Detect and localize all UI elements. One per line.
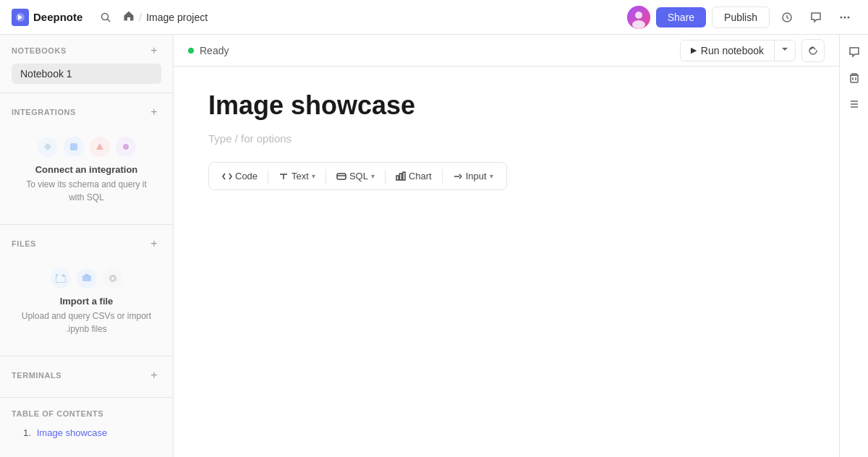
cell-btn-sep-4 <box>442 169 443 184</box>
run-icon: ▶ <box>691 46 697 55</box>
refresh-button[interactable] <box>801 39 825 62</box>
integrations-section: INTEGRATIONS + <box>0 96 173 221</box>
svg-point-9 <box>848 16 850 18</box>
integrations-empty-desc: To view its schema and query it with SQL <box>20 178 153 204</box>
cell-btn-input-label: Input <box>466 171 487 181</box>
svg-rect-26 <box>851 75 858 82</box>
history-button[interactable] <box>775 6 799 29</box>
svg-marker-11 <box>96 143 103 150</box>
toc-item-number: 1. <box>23 427 31 438</box>
home-icon[interactable] <box>123 10 135 24</box>
svg-point-7 <box>841 16 843 18</box>
integration-icon-2 <box>64 137 84 157</box>
cell-btn-sep-1 <box>268 169 268 184</box>
cell-btn-sql[interactable]: SQL ▾ <box>329 167 382 185</box>
add-file-button[interactable]: + <box>147 236 161 251</box>
cell-btn-sql-label: SQL <box>349 171 368 181</box>
run-label: Run notebook <box>701 45 764 56</box>
toc-item-link[interactable]: Image showcase <box>37 427 108 438</box>
integrations-title: INTEGRATIONS <box>12 108 76 116</box>
run-button-group: ▶ Run notebook <box>680 40 796 61</box>
svg-point-4 <box>635 12 642 19</box>
logo-icon <box>12 9 29 26</box>
files-empty: Import a file Upload and query CSVs or i… <box>12 257 161 347</box>
share-button[interactable]: Share <box>656 7 706 27</box>
integrations-empty: Connect an integration To view its schem… <box>12 125 161 215</box>
notebook-title[interactable]: Image showcase <box>208 90 790 121</box>
topbar-actions: Share Publish <box>627 6 856 29</box>
files-empty-desc: Upload and query CSVs or import .ipynb f… <box>20 309 153 336</box>
notebook-placeholder[interactable]: Type / for options <box>208 132 790 145</box>
input-chevron-icon: ▾ <box>490 172 493 180</box>
notebooks-section: NOTEBOOKS + Notebook 1 <box>0 35 173 90</box>
main-layout: NOTEBOOKS + Notebook 1 INTEGRATIONS + <box>0 35 868 457</box>
toc-item: 1. Image showcase <box>12 424 161 441</box>
file-icon-2 <box>77 268 97 289</box>
integrations-empty-title: Connect an integration <box>35 164 138 175</box>
content-area: Ready ▶ Run notebook Image showcase <box>174 35 868 457</box>
files-title: FILES <box>12 239 36 248</box>
svg-rect-21 <box>399 174 401 180</box>
status-text: Ready <box>200 45 674 56</box>
svg-point-5 <box>632 20 645 29</box>
avatar[interactable] <box>627 6 650 29</box>
toc-title: TABLE OF CONTENTS <box>12 409 103 418</box>
cell-btn-text-label: Text <box>292 171 309 181</box>
svg-rect-18 <box>337 174 346 179</box>
file-icon-3 <box>103 268 123 289</box>
topbar: Deepnote / Image project Share Publish <box>0 0 868 35</box>
status-bar: Ready ▶ Run notebook <box>174 35 839 67</box>
status-dot <box>188 48 194 54</box>
sidebar-item-notebook1[interactable]: Notebook 1 <box>12 64 161 84</box>
cell-btn-code-label: Code <box>235 171 258 181</box>
svg-rect-20 <box>396 176 399 180</box>
integration-icon-4 <box>116 137 136 157</box>
comments-button[interactable] <box>804 6 827 29</box>
app-logo[interactable]: Deepnote <box>12 9 82 26</box>
svg-point-8 <box>844 16 846 18</box>
notebooks-title: NOTEBOOKS <box>12 46 67 55</box>
text-chevron-icon: ▾ <box>312 172 315 180</box>
text-icon <box>278 171 289 181</box>
run-dropdown-button[interactable] <box>775 40 795 60</box>
sidebar: NOTEBOOKS + Notebook 1 INTEGRATIONS + <box>0 35 174 457</box>
svg-rect-10 <box>70 143 77 150</box>
svg-rect-22 <box>403 172 405 180</box>
right-comment-button[interactable] <box>843 40 866 64</box>
notebook-area: Ready ▶ Run notebook Image showcase <box>174 35 839 457</box>
cell-toolbar: Code Text ▾ SQL ▾ <box>208 162 507 190</box>
svg-point-12 <box>123 144 129 150</box>
add-integration-button[interactable]: + <box>147 105 161 119</box>
breadcrumb: / Image project <box>123 10 621 24</box>
sql-chevron-icon: ▾ <box>371 172 375 180</box>
toc-section: TABLE OF CONTENTS 1. Image showcase <box>0 401 173 447</box>
publish-button[interactable]: Publish <box>712 7 770 28</box>
svg-rect-13 <box>82 276 91 281</box>
right-sidebar <box>839 35 868 457</box>
more-button[interactable] <box>833 6 856 29</box>
svg-line-25 <box>459 176 461 179</box>
cell-btn-input[interactable]: Input ▾ <box>446 167 501 185</box>
svg-line-2 <box>108 19 111 22</box>
run-notebook-button[interactable]: ▶ Run notebook <box>681 40 775 61</box>
add-terminal-button[interactable]: + <box>147 368 161 383</box>
cell-btn-text[interactable]: Text ▾ <box>271 167 323 185</box>
input-icon <box>453 171 463 181</box>
right-delete-button[interactable] <box>843 67 866 90</box>
file-icon-1 <box>51 268 71 289</box>
right-list-button[interactable] <box>843 93 866 116</box>
add-notebook-button[interactable]: + <box>147 43 161 58</box>
code-icon <box>222 171 232 181</box>
breadcrumb-sep: / <box>139 12 142 23</box>
cell-btn-chart[interactable]: Chart <box>388 167 439 185</box>
app-name: Deepnote <box>33 11 82 23</box>
search-button[interactable] <box>94 6 117 29</box>
cell-btn-code[interactable]: Code <box>215 167 265 185</box>
notebook-content: Image showcase Type / for options Code T… <box>174 67 825 213</box>
integration-icon-3 <box>90 137 110 157</box>
integration-icon-1 <box>38 137 58 157</box>
cell-btn-chart-label: Chart <box>409 171 432 181</box>
terminals-title: TERMINALS <box>12 371 61 380</box>
sql-icon <box>336 171 346 181</box>
svg-point-1 <box>102 13 109 20</box>
